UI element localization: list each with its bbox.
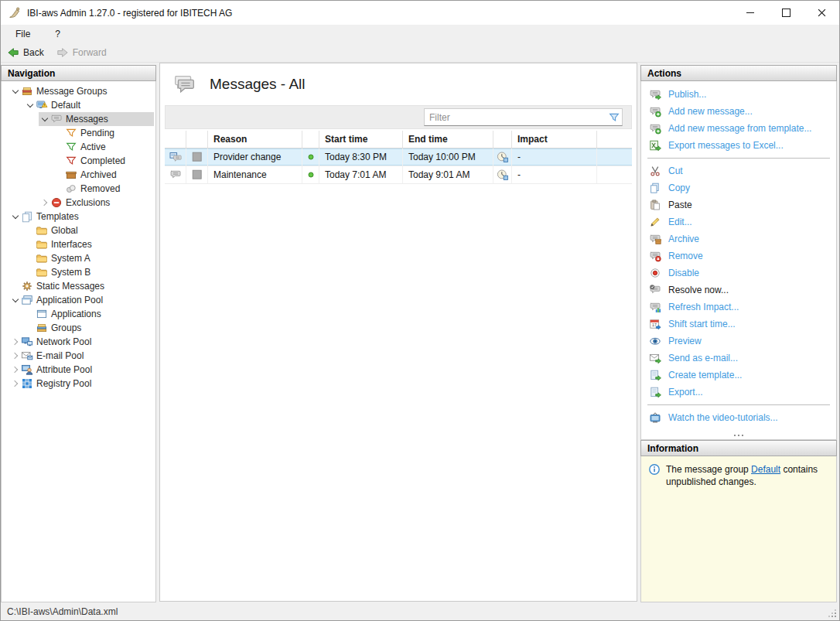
column-impact[interactable]: Impact	[512, 131, 597, 148]
resize-grip[interactable]	[828, 609, 836, 617]
chevron-right-icon[interactable]	[9, 349, 21, 363]
indent-spacer	[53, 126, 65, 140]
action-disable[interactable]: Disable	[641, 264, 836, 281]
sidebar-item-templates[interactable]: Templates	[2, 210, 155, 223]
filter-funnel-button[interactable]	[606, 109, 622, 125]
sidebar-item-message-groups[interactable]: Message Groups	[2, 84, 155, 98]
action-copy[interactable]: Copy	[641, 179, 836, 196]
chevron-right-icon[interactable]	[9, 335, 21, 349]
eye-icon	[649, 335, 661, 347]
column-status[interactable]	[302, 131, 319, 148]
sidebar-item-messages[interactable]: Messages	[2, 112, 155, 126]
copy-icon	[649, 182, 661, 194]
folder-icon	[36, 252, 48, 264]
sidebar-item-system-a[interactable]: System A	[2, 251, 155, 265]
action-create-template[interactable]: Create template...	[641, 367, 836, 384]
archive-box-icon	[65, 169, 77, 181]
chevron-down-icon[interactable]	[9, 84, 21, 98]
sidebar-item-registry-pool[interactable]: Registry Pool	[2, 377, 155, 391]
sidebar-item-system-b[interactable]: System B	[2, 265, 155, 279]
sidebar-item-network-pool[interactable]: Network Pool	[2, 335, 155, 349]
column-type[interactable]	[165, 131, 186, 148]
back-arrow-icon	[7, 46, 19, 59]
column-reason[interactable]: Reason	[208, 131, 302, 148]
action-archive[interactable]: Archive	[641, 230, 836, 247]
column-end-time[interactable]: End time	[403, 131, 493, 148]
column-color[interactable]	[186, 131, 208, 148]
chevron-right-icon[interactable]	[9, 377, 21, 391]
messages-panel: Messages - All Reason Start time E	[159, 63, 637, 602]
sidebar-item-archived[interactable]: Archived	[2, 168, 155, 182]
action-export[interactable]: Export...	[641, 384, 836, 401]
sidebar-item-removed[interactable]: Removed	[2, 182, 155, 196]
cell-start-time: Today 7:01 AM	[319, 166, 403, 183]
chevron-right-icon[interactable]	[9, 363, 21, 377]
cell-start-time: Today 8:30 PM	[319, 148, 403, 165]
action-export-messages-to-excel[interactable]: Export messages to Excel...	[641, 137, 836, 154]
actions-header: Actions	[640, 65, 837, 81]
navigation-panel: Navigation Message Groups Default Messag…	[1, 65, 156, 602]
action-preview[interactable]: Preview	[641, 333, 836, 350]
sidebar-item-default[interactable]: Default	[2, 98, 155, 112]
minimize-button[interactable]	[732, 1, 768, 25]
menu-help[interactable]: ?	[52, 27, 63, 41]
table-row[interactable]: Maintenance Today 7:01 AM Today 9:01 AM …	[165, 166, 632, 184]
table-header: Reason Start time End time Impact	[165, 131, 632, 148]
sidebar-item-completed[interactable]: Completed	[2, 154, 155, 168]
sidebar-item-email-pool[interactable]: E-mail Pool	[2, 349, 155, 363]
speech-bubble-icon	[169, 169, 182, 181]
cell-impact: -	[512, 148, 597, 165]
close-button[interactable]	[804, 1, 839, 25]
chevron-down-icon[interactable]	[9, 293, 21, 307]
remove-icon	[649, 250, 661, 262]
maximize-button[interactable]	[768, 1, 804, 25]
indent-spacer	[53, 182, 65, 196]
forward-button[interactable]: Forward	[56, 46, 107, 59]
column-filler	[597, 131, 632, 148]
sidebar-item-applications[interactable]: Applications	[2, 307, 155, 321]
email-icon	[21, 350, 33, 362]
sidebar-item-interfaces[interactable]: Interfaces	[2, 237, 155, 251]
sidebar-item-groups[interactable]: Groups	[2, 321, 155, 335]
chevron-down-icon[interactable]	[24, 98, 36, 112]
sidebar-item-global[interactable]: Global	[2, 223, 155, 237]
action-cut[interactable]: Cut	[641, 162, 836, 179]
filter-input[interactable]	[425, 112, 606, 123]
action-remove[interactable]: Remove	[641, 247, 836, 264]
action-refresh-impact[interactable]: Refresh Impact...	[641, 299, 836, 316]
archive-icon	[649, 233, 661, 245]
application-pool-icon	[21, 294, 33, 306]
menu-file[interactable]: File	[12, 27, 33, 41]
action-resolve-now[interactable]: Resolve now...	[641, 281, 836, 299]
action-edit[interactable]: Edit...	[641, 213, 836, 230]
action-watch-video-tutorials[interactable]: Watch the video-tutorials...	[641, 409, 836, 426]
default-group-link[interactable]: Default	[751, 464, 780, 475]
application-window-icon	[36, 308, 48, 320]
action-paste[interactable]: Paste	[641, 196, 836, 213]
column-refresh[interactable]	[493, 131, 512, 148]
disable-icon	[649, 267, 661, 279]
action-add-new-message-from-template[interactable]: Add new message from template...	[641, 120, 836, 137]
toolbar: Back Forward	[1, 43, 839, 63]
sidebar-item-application-pool[interactable]: Application Pool	[2, 293, 155, 307]
chevron-down-icon[interactable]	[39, 112, 50, 126]
sidebar-item-exclusions[interactable]: Exclusions	[2, 196, 155, 210]
action-send-as-email[interactable]: Send as e-mail...	[641, 350, 836, 367]
chevron-down-icon[interactable]	[9, 210, 21, 223]
action-shift-start-time[interactable]: Shift start time...	[641, 316, 836, 333]
column-start-time[interactable]: Start time	[319, 131, 403, 148]
table-row[interactable]: Provider change Today 8:30 PM Today 10:0…	[165, 148, 632, 166]
action-publish[interactable]: Publish...	[641, 86, 836, 103]
indent-spacer	[24, 265, 36, 279]
statusbar-path: C:\IBI-aws\Admin\Data.xml	[7, 606, 118, 617]
back-button[interactable]: Back	[7, 46, 44, 59]
panel-splitter-handle[interactable]	[641, 431, 836, 439]
chevron-right-icon[interactable]	[39, 196, 50, 210]
sidebar-item-static-messages[interactable]: Static Messages	[2, 279, 155, 293]
sidebar-item-attribute-pool[interactable]: Attribute Pool	[2, 363, 155, 377]
registry-icon	[21, 377, 33, 390]
content-area: Navigation Message Groups Default Messag…	[1, 63, 839, 602]
sidebar-item-pending[interactable]: Pending	[2, 126, 155, 140]
action-add-new-message[interactable]: Add new message...	[641, 103, 836, 120]
sidebar-item-active[interactable]: Active	[2, 140, 155, 154]
